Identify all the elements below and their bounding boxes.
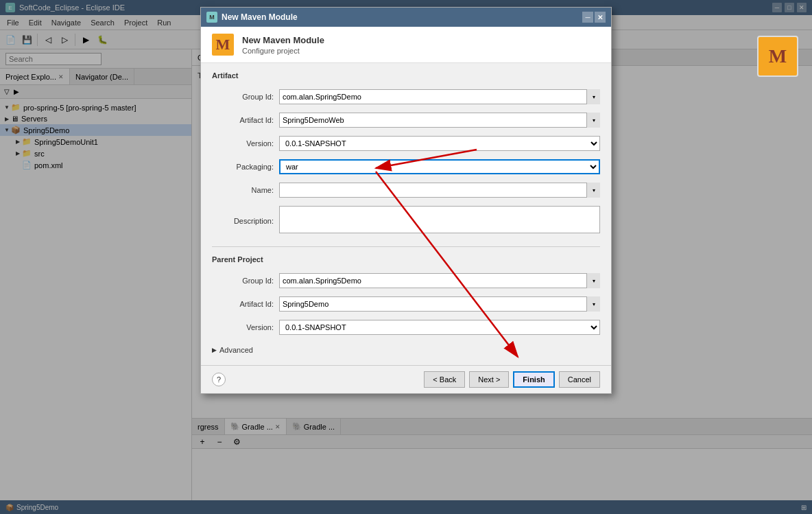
description-row: Description: xyxy=(212,206,600,235)
dialog-footer: ? < Back Next > Finish Cancel xyxy=(201,365,611,393)
maven-icon: M xyxy=(757,36,798,77)
description-input-wrap xyxy=(279,206,600,235)
name-input-wrap: ▾ xyxy=(279,183,600,198)
dialog-title-text: New Maven Module xyxy=(222,12,582,22)
back-button[interactable]: < Back xyxy=(424,371,465,388)
parent-artifact-id-wrap: ▾ xyxy=(279,296,600,312)
packaging-row: Packaging: war jar pom xyxy=(212,159,600,174)
artifact-id-row: Artifact Id: ▾ xyxy=(212,113,600,128)
parent-version-wrap: 0.0.1-SNAPSHOT xyxy=(279,320,600,335)
dialog-header-text: New Maven Module Configure project xyxy=(242,35,324,55)
next-button[interactable]: Next > xyxy=(469,371,509,388)
group-id-label: Group Id: xyxy=(212,93,274,101)
parent-section-label: Parent Project xyxy=(212,255,600,264)
parent-artifact-id-input[interactable] xyxy=(279,296,600,312)
dialog-close-btn[interactable]: ✕ xyxy=(595,12,606,23)
artifact-id-label: Artifact Id: xyxy=(212,116,274,124)
dialog-title-bar: M New Maven Module ─ ✕ xyxy=(201,8,611,27)
parent-artifact-id-dropdown[interactable]: ▾ xyxy=(586,296,600,312)
parent-version-select[interactable]: 0.0.1-SNAPSHOT xyxy=(279,320,600,335)
help-button[interactable]: ? xyxy=(212,373,226,386)
parent-group-id-row: Group Id: ▾ xyxy=(212,273,600,288)
parent-group-id-wrap: ▾ xyxy=(279,273,600,288)
description-label: Description: xyxy=(212,217,274,225)
packaging-input-wrap: war jar pom xyxy=(279,159,600,174)
dialog-overlay: M New Maven Module ─ ✕ M New Maven Modul… xyxy=(0,0,812,514)
group-id-row: Group Id: ▾ xyxy=(212,89,600,104)
name-row: Name: ▾ xyxy=(212,183,600,198)
advanced-toggle-icon: ▶ xyxy=(212,347,217,353)
version-input-wrap: 0.0.1-SNAPSHOT xyxy=(279,136,600,151)
artifact-id-input-wrap: ▾ xyxy=(279,113,600,128)
dialog-header-icon: M xyxy=(212,34,234,56)
finish-button[interactable]: Finish xyxy=(513,371,554,388)
parent-group-id-dropdown[interactable]: ▾ xyxy=(586,273,600,288)
version-label: Version: xyxy=(212,139,274,148)
dialog-header: M New Maven Module Configure project xyxy=(201,27,611,63)
artifact-id-dropdown-btn[interactable]: ▾ xyxy=(586,113,600,128)
parent-version-row: Version: 0.0.1-SNAPSHOT xyxy=(212,320,600,335)
artifact-id-input[interactable] xyxy=(279,113,600,128)
dialog-header-subtitle: Configure project xyxy=(242,47,324,55)
group-id-input-wrap: ▾ xyxy=(279,89,600,104)
maven-letter: M xyxy=(769,45,787,67)
dialog-title-controls: ─ ✕ xyxy=(582,12,606,23)
advanced-label: Advanced xyxy=(219,346,253,354)
parent-group-id-label: Group Id: xyxy=(212,277,274,285)
ide-window: E SoftCode_Eclipse - Eclipse IDE ─ □ ✕ F… xyxy=(0,0,812,514)
parent-artifact-id-row: Artifact Id: ▾ xyxy=(212,296,600,312)
artifact-section-label: Artifact xyxy=(212,71,600,80)
dialog-header-title: New Maven Module xyxy=(242,35,324,45)
name-label: Name: xyxy=(212,186,274,194)
new-maven-module-dialog: M New Maven Module ─ ✕ M New Maven Modul… xyxy=(200,7,612,394)
dialog-header-icon-text: M xyxy=(216,36,230,54)
packaging-select[interactable]: war jar pom xyxy=(279,159,600,174)
name-dropdown-btn[interactable]: ▾ xyxy=(586,183,600,198)
dialog-title-icon: M xyxy=(206,12,217,23)
version-row: Version: 0.0.1-SNAPSHOT xyxy=(212,136,600,151)
parent-artifact-id-label: Artifact Id: xyxy=(212,300,274,308)
name-input[interactable] xyxy=(279,183,600,198)
group-id-input[interactable] xyxy=(279,89,600,104)
version-select[interactable]: 0.0.1-SNAPSHOT xyxy=(279,136,600,151)
dialog-body: Artifact Group Id: ▾ Artifact Id: ▾ xyxy=(201,63,611,365)
parent-version-label: Version: xyxy=(212,323,274,331)
cancel-button[interactable]: Cancel xyxy=(559,371,600,388)
packaging-label: Packaging: xyxy=(212,163,274,171)
advanced-row[interactable]: ▶ Advanced xyxy=(212,343,600,357)
description-input[interactable] xyxy=(279,206,600,233)
parent-group-id-input[interactable] xyxy=(279,273,600,288)
group-id-dropdown-btn[interactable]: ▾ xyxy=(586,89,600,104)
separator-1 xyxy=(212,246,600,247)
dialog-minimize-btn[interactable]: ─ xyxy=(582,12,593,23)
